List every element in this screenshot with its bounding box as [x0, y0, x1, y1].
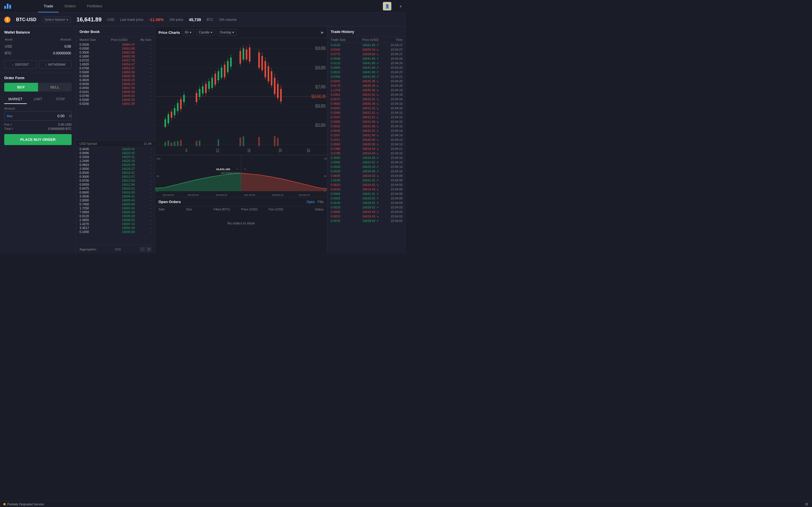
svg-rect-89 [218, 139, 219, 146]
ob-bid-row[interactable]: 0.745016608.90- [76, 202, 155, 206]
order-type-limit[interactable]: LIMIT [27, 95, 49, 104]
ob-spread-row: USD Spread 21.48 [76, 140, 155, 147]
order-form-title: Order Form [4, 76, 71, 80]
ob-ask-row[interactable]: 0.500016650.00- [76, 70, 155, 74]
ob-bid-row[interactable]: 0.300016613.37- [76, 175, 155, 179]
ob-ask-row[interactable]: 0.016116646.99- [76, 90, 155, 94]
order-type-stop[interactable]: STOP [49, 95, 71, 104]
svg-rect-88 [199, 140, 200, 146]
chart-type-selector[interactable]: Candle ▾ [196, 29, 215, 36]
ob-ask-row[interactable]: 0.250016649.30- [76, 74, 155, 78]
ob-ask-row[interactable]: 0.180016662.99- [76, 54, 155, 58]
oo-col-header: Status [296, 208, 324, 211]
th-trade-price: 16641.89 ↗ [355, 66, 378, 69]
withdraw-button[interactable]: ↑ WITHDRAW [39, 60, 72, 69]
th-trade-size: 0.0009 [331, 210, 355, 214]
ticker-bar: ₿ BTC-USD Select Market ▾ 16,641.89 USD … [0, 13, 406, 27]
ob-bid-price: 16600.00 [107, 210, 135, 214]
deposit-button[interactable]: ↓ DEPOSIT [4, 60, 37, 69]
aggregation-increase[interactable]: + [146, 247, 151, 252]
ob-bid-row[interactable]: 0.047516610.01- [76, 186, 155, 190]
th-trade-size: 0.0060 [331, 143, 355, 146]
ob-ask-row[interactable]: 0.020016641.89- [76, 102, 155, 106]
ob-ask-row[interactable]: 0.076816652.47- [76, 66, 155, 70]
ob-bid-row[interactable]: 0.466316620.29- [76, 163, 155, 167]
ob-bid-row[interactable]: 3.351716592.49- [76, 226, 155, 230]
avatar-dropdown[interactable]: ▾ [400, 4, 402, 8]
ob-bid-row[interactable]: 0.005916612.84- [76, 182, 155, 186]
ob-ask-row[interactable]: 0.003016649.20- [76, 82, 155, 86]
ob-ask-mysize: - [135, 59, 151, 62]
ob-ask-row[interactable]: 0.020016645.30- [76, 98, 155, 102]
ob-bid-size: 0.0475 [80, 187, 107, 190]
avatar[interactable]: 👤 [383, 2, 391, 10]
svg-text:$16,400.00: $16,400.00 [163, 194, 174, 196]
th-trade-time: 15:04:27 [378, 48, 403, 52]
ob-ask-price: 16662.99 [107, 55, 135, 58]
ob-ask-row[interactable]: 0.072216657.78- [76, 58, 155, 62]
aggregation-decrease[interactable]: − [140, 247, 145, 252]
wallet-col-asset: Asset [5, 38, 25, 43]
ob-bid-row[interactable]: 0.009616620.40- [76, 151, 155, 155]
ob-ask-row[interactable]: 0.032616664.47- [76, 43, 155, 47]
svg-rect-84 [174, 142, 175, 146]
ob-bid-row[interactable]: 1.725016602.64- [76, 206, 155, 210]
max-button[interactable]: Max [4, 114, 15, 118]
nav-tab-portfolios[interactable]: Portfolios [81, 0, 108, 12]
order-type-market[interactable]: MARKET [4, 95, 27, 104]
ob-bid-row[interactable]: 0.100016590.00- [76, 230, 155, 234]
overlay-selector[interactable]: Overlay ▾ [217, 29, 237, 36]
ob-bid-mysize: - [135, 194, 151, 198]
ob-ask-row[interactable]: 0.079016645.82- [76, 94, 155, 98]
ob-bid-row[interactable]: 0.443516620.41- [76, 147, 155, 151]
ob-ask-row[interactable]: 1.692016654.47- [76, 62, 155, 66]
th-trade-price: 16619.42 ↘ [355, 183, 378, 187]
ob-bid-row[interactable]: 1.249016620.30- [76, 159, 155, 163]
svg-text:$16,000: $16,000 [315, 104, 325, 109]
ob-bid-row[interactable]: 0.050016619.41- [76, 171, 155, 175]
ob-ask-size: 0.5000 [80, 70, 107, 74]
ob-col-price: Price (USD) [103, 38, 128, 41]
svg-text:−: − [236, 167, 238, 171]
place-order-button[interactable]: PLACE BUY ORDER [4, 134, 71, 145]
ob-ask-price: 16654.47 [107, 62, 135, 66]
ob-ask-row[interactable]: 0.030016663.88- [76, 47, 155, 50]
ob-bid-row[interactable]: 0.970016613.04- [76, 179, 155, 182]
svg-rect-90 [239, 137, 241, 146]
chart-expand-button[interactable]: ▶ [321, 31, 324, 34]
nav-tab-orders[interactable]: Orders [59, 0, 81, 12]
ob-bid-row[interactable]: 0.150416620.31- [76, 155, 155, 159]
ob-bid-row[interactable]: 3.350016609.41- [76, 194, 155, 198]
ob-bid-row[interactable]: 7.585916600.00- [76, 210, 155, 214]
ob-bid-row[interactable]: 0.012016599.28- [76, 214, 155, 218]
depth-chart: 100 50 0 100 50 0 $16,400.00 $16,500.00 … [155, 155, 327, 197]
ob-bid-row[interactable]: 2.000016609.40- [76, 198, 155, 202]
ob-ask-row[interactable]: 0.045016647.00- [76, 86, 155, 90]
ob-bid-row[interactable]: 2.385516598.53- [76, 218, 155, 222]
amount-input[interactable] [15, 112, 67, 120]
amount-currency: USD [67, 114, 71, 118]
ob-asks-container: 0.032616664.47-0.030016663.88-0.30001666… [76, 43, 155, 140]
nav-tab-trade[interactable]: Trade [38, 0, 59, 12]
select-market-button[interactable]: Select Market ▾ [42, 17, 71, 23]
timeframe-selector[interactable]: 6h ▾ [183, 29, 194, 36]
oo-tab-fills[interactable]: Fills [318, 200, 324, 204]
ob-bid-row[interactable]: 1.427016597.24- [76, 222, 155, 226]
trade-history-row: 0.017916635.36 ↘15:04:20 [327, 83, 406, 88]
ob-ask-mysize: - [135, 70, 151, 74]
oo-tab-open[interactable]: Open [306, 200, 315, 204]
buy-button[interactable]: BUY [4, 83, 38, 92]
ob-ask-mysize: - [135, 47, 151, 50]
ob-ask-size: 0.0200 [80, 98, 107, 101]
sell-button[interactable]: SELL [38, 83, 72, 92]
ob-ask-price: 16652.47 [107, 66, 135, 70]
timeframe-chevron: ▾ [190, 31, 192, 34]
ob-bid-row[interactable]: 2.000016620.27- [76, 167, 155, 171]
withdraw-label: WITHDRAW [48, 63, 65, 66]
ob-bid-row[interactable]: 0.060016610.00- [76, 190, 155, 194]
ob-ask-row[interactable]: 0.300016663.00- [76, 50, 155, 54]
th-trade-time: 15:04:10 [378, 156, 403, 160]
ob-ask-row[interactable]: 0.482816649.29- [76, 78, 155, 82]
th-trade-price: 16641.89 ↗ [355, 75, 378, 78]
ob-bid-price: 16620.27 [107, 167, 135, 170]
